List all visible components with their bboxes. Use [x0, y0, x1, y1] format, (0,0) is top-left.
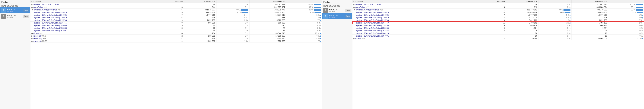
table-row[interactable]: system / JSArrayBufferData @2356155268 4… [30, 11, 322, 14]
table-row[interactable]: ▶Object ×655220 0840 %35 969 00311 % [352, 37, 644, 40]
col-header-5[interactable] [286, 0, 322, 3]
constructor-cell: ▶ArrayBuffer ×14 [30, 6, 161, 9]
constructor-cell: system / JSArrayBufferData @215793 [352, 19, 483, 22]
table-row[interactable]: system / JSArrayBufferData @25506591 024… [352, 27, 644, 29]
retained-size-cell: 308 378 962 [572, 9, 608, 11]
distance-cell: 8 [161, 27, 184, 29]
shallow-size-cell: 76 [506, 29, 538, 32]
table-row[interactable]: ▶Object ×639–19 7840 %30 544 61810 % [30, 32, 322, 35]
tree-arrow[interactable]: ▶ [354, 6, 355, 8]
snapshot-item-1[interactable]: Snapshot 1307 MBSave [0, 7, 30, 13]
snapshot-item-2[interactable]: Snapshot 2313 MBSave [0, 13, 30, 19]
shallow-size-cell: 1 024 [506, 27, 538, 29]
constructor-tag: ×8 [58, 9, 60, 11]
table-row[interactable]: system / JSArrayBufferData @104991–160 %… [352, 35, 644, 37]
tree-arrow[interactable]: ▶ [354, 4, 355, 6]
snapshot-info: Snapshot 2313 MB [328, 14, 344, 18]
table-row[interactable]: system / JSArrayBufferData @21579395 622… [352, 19, 644, 22]
table-row[interactable]: system / JSArrayBufferData @104991–160 %… [30, 29, 322, 32]
shallow-pct-cell: 0 % [216, 6, 249, 9]
snapshot-item-1[interactable]: Snapshot 1307 MBSave [322, 7, 352, 13]
shallow-size-cell: 19 784 [184, 32, 216, 35]
tree-arrow[interactable]: ▶ [32, 40, 33, 42]
table-row[interactable]: ▶ArrayBuffer ×1436440 %302 977 46199 % [30, 6, 322, 9]
snapshot-icon [323, 8, 328, 13]
distance-cell: 9 [483, 27, 506, 29]
constructor-name: system / JSArrayBufferData @215793 [356, 19, 388, 21]
table-row[interactable]: ▶ArrayBuffer ×1738120 %308 380 81499 % [352, 6, 644, 9]
snapshot-item-2[interactable]: Snapshot 2313 MBSave [322, 13, 352, 19]
save-button[interactable]: Save [345, 9, 351, 12]
constructor-name: system / JSArrayBufferData @235615 [356, 11, 388, 14]
svg-rect-9 [324, 10, 326, 10]
table-row[interactable]: ▶Window / http://127.0.0.1:80801360 %311… [352, 3, 644, 6]
col-header-0[interactable]: Constructor [30, 0, 161, 3]
shallow-size-cell: 1 962 680 [184, 40, 216, 43]
retained-pct-cell: 5 % [286, 14, 322, 16]
table-row[interactable]: ▼system / JSArrayBufferData ×85302 975 7… [30, 9, 322, 11]
tree-arrow[interactable]: ▶ [32, 35, 33, 37]
col-header-3[interactable] [216, 0, 249, 3]
tree-arrow[interactable]: ▼ [32, 9, 33, 11]
col-header-4[interactable]: Retained Size [572, 0, 608, 3]
table-row[interactable]: system / JSArrayBufferData @2157559866 9… [352, 24, 644, 27]
save-button[interactable]: Save [23, 15, 29, 18]
table-row[interactable]: system / JSArrayBufferData @2157559866 9… [30, 22, 322, 24]
table-row[interactable]: system / JSArrayBufferData @1938838760 %… [30, 27, 322, 29]
shallow-pct-cell: 0 % [538, 6, 572, 9]
retained-pct-cell: 99 % [286, 9, 322, 11]
constructor-cell: ▶Window / http://127.0.0.1:8080 [352, 3, 483, 6]
table-row[interactable]: system / JSArrayBufferData @264459115 40… [352, 22, 644, 24]
snapshot-size: 313 MB [6, 16, 22, 18]
retained-pct-cell: 4 % [608, 16, 644, 19]
save-button[interactable]: Save [345, 15, 351, 18]
table-row[interactable]: system / JSArrayBufferData @216035716 77… [30, 14, 322, 16]
save-button[interactable]: Save [23, 9, 29, 12]
constructor-cell: ▶ArrayBuffer ×17 [352, 6, 483, 9]
tree-arrow[interactable]: ▶ [32, 32, 33, 34]
shallow-size-cell: 36 [506, 3, 538, 6]
constructor-cell: system / JSArrayBufferData @216035 [352, 14, 483, 16]
svg-rect-13 [324, 15, 326, 16]
shallow-size-cell: 11 272 778 [506, 16, 538, 19]
table-row[interactable]: system / JSArrayBufferData @26422311760 … [352, 32, 644, 35]
distance-cell: 9 [483, 24, 506, 27]
table-row[interactable]: system / JSArrayBufferData @2356154268 4… [352, 11, 644, 14]
heap-snapshots-label: HEAP SNAPSHOTS [0, 4, 30, 7]
table-row[interactable]: system / JSArrayBufferData @1938838760 %… [352, 29, 644, 32]
table-row[interactable]: ▶(closure) ×80712238 3520 %17 599 8086 % [30, 35, 322, 37]
table-row[interactable]: system / JSArrayBufferData @216035716 77… [352, 14, 644, 16]
table-row[interactable]: system / JSArrayBufferData @25506591 024… [30, 24, 322, 27]
col-header-0[interactable]: Constructor [352, 0, 483, 3]
tree-arrow[interactable]: ▼ [354, 9, 355, 11]
table-row[interactable]: ▼system / JSArrayBufferData ×105308 378 … [352, 9, 644, 11]
retained-pct-cell: 1 % [286, 40, 322, 43]
table-row[interactable]: ▶Uint8Array ×1147480 %13 140 6344 % [30, 37, 322, 40]
tree-arrow[interactable]: ▶ [32, 4, 33, 6]
table-row[interactable]: ▶Window / http://127.0.0.1:80801360 %306… [30, 3, 322, 6]
retained-pct-cell: 87 % [286, 11, 322, 14]
panel-title: Profiles [0, 0, 30, 4]
col-header-2[interactable]: Shallow Size [184, 0, 216, 3]
col-header-3[interactable] [538, 0, 572, 3]
retained-size-cell: 1 024 [572, 27, 608, 29]
table-row[interactable]: ▶(system) ×98453–1 962 6801 % 2 370 9961… [30, 40, 322, 43]
distance-cell: 9 [161, 19, 184, 22]
distance-cell: 7 [161, 14, 184, 16]
col-header-1[interactable]: Distance [483, 0, 506, 3]
tree-arrow[interactable]: ▶ [32, 38, 33, 40]
shallow-size-cell: 644 [184, 6, 216, 9]
col-header-4[interactable]: Retained Size [250, 0, 286, 3]
col-header-2[interactable]: Shallow Size [506, 0, 538, 3]
svg-rect-14 [324, 16, 326, 17]
table-row[interactable]: system / JSArrayBufferData @21579395 622… [30, 19, 322, 22]
tree-arrow[interactable]: ▶ [354, 38, 355, 40]
col-header-5[interactable] [608, 0, 644, 3]
table-row[interactable]: system / JSArrayBufferData @216049611 27… [30, 16, 322, 19]
col-header-1[interactable]: Distance [161, 0, 184, 3]
retained-size-cell: 16 777 216 [572, 14, 608, 16]
tree-arrow[interactable]: ▶ [32, 6, 33, 8]
retained-size-cell: 308 380 814 [572, 6, 608, 9]
shallow-pct-cell: 4 % [216, 16, 249, 19]
table-row[interactable]: system / JSArrayBufferData @216049611 27… [352, 16, 644, 19]
